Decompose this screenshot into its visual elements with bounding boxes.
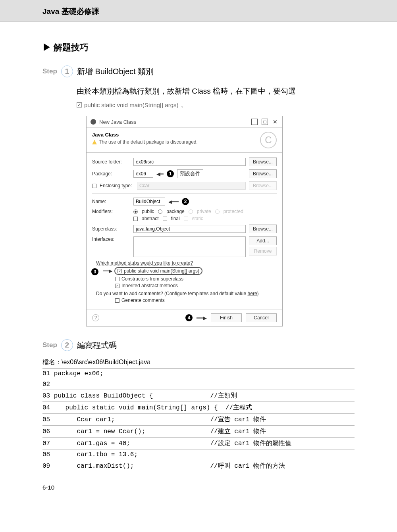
code-line: 03 public class BuildObject { //主類別 [42,390,355,402]
class-logo-icon: C [260,132,277,148]
dialog-warning: The use of the default package is discou… [92,139,260,145]
code-line: 09 car1.maxDist(); //呼叫 car1 物件的方法 [42,460,355,472]
static-checkbox [184,217,188,221]
new-java-class-dialog: New Java Class – □ ✕ Java Class The use … [86,116,283,326]
dialog-head-title: Java Class [92,132,260,138]
final-checkbox[interactable] [163,217,167,221]
enclosing-browse-button: Browse... [249,181,277,190]
package-browse-button[interactable]: Browse... [249,169,277,178]
name-label: Name: [92,199,130,204]
finish-button[interactable]: Finish [211,313,242,322]
protected-label: protected [224,209,243,214]
step1-body: 由於本類別檔為執行類別，故新增 Class 檔時，在下圖中，要勾選 [77,85,355,98]
stub-main-label: public static void main(String[] args) [124,268,199,274]
arrow-icon: ━━▶ [103,268,112,274]
code-filename: 檔名：\ex06\src\ex06\BuildObject.java [42,358,355,369]
step1-period: 。 [181,101,187,109]
enclosing-label: Enclosing type: [100,183,134,188]
cancel-button[interactable]: Cancel [246,313,277,322]
maximize-icon[interactable]: □ [262,119,268,125]
interfaces-row: Interfaces: Add... Remove [92,236,277,257]
page-header: Java 基礎必修課 [0,0,397,22]
enclosing-checkbox[interactable] [92,184,96,188]
package-radio[interactable] [158,209,162,214]
superclass-input[interactable] [133,225,246,233]
source-folder-label: Source folder: [92,159,130,165]
dialog-body: Source folder: Browse... Package: ◀━ 1 預… [87,153,282,309]
stub-inh-label: Inherited abstract methods [121,283,178,288]
dialog-warning-text: The use of the default package is discou… [99,139,198,145]
step1-row: Step 1 新增 BuildObject 類別 [42,65,355,77]
source-folder-input[interactable] [133,158,246,166]
step1-checkbox-text: public static void main(String[] args) [84,102,179,108]
modifiers-label: Modifiers: [92,209,130,214]
abstract-checkbox[interactable] [133,217,138,221]
step1-checkbox-line: ✓ public static void main(String[] args)… [77,101,355,109]
step2-row: Step 2 編寫程式碼 [42,339,355,351]
eclipse-icon [91,119,96,125]
superclass-label: Superclass: [92,226,130,232]
stub-ctor-checkbox[interactable] [115,277,119,281]
code-line: 04 public static void main(String[] args… [42,402,355,414]
code-line: 05 Ccar car1; //宣告 car1 物件 [42,414,355,426]
step1-number: 1 [61,65,73,77]
dialog-footer: ? 4 ━━▶ Finish Cancel [87,309,282,326]
stub-main-checkbox[interactable]: ✓ [118,269,122,273]
step-label: Step [42,341,57,349]
protected-radio [215,209,220,214]
public-radio[interactable] [133,209,138,214]
enclosing-type-row: Enclosing type: Browse... [92,181,277,190]
package-row: Package: ◀━ 1 預設套件 Browse... [92,169,277,178]
superclass-browse-button[interactable]: Browse... [249,225,277,233]
dialog-title: New Java Class [99,119,247,125]
filename: \ex06\src\ex06\BuildObject.java [62,359,150,365]
page-content: ▶ 解題技巧 Step 1 新增 BuildObject 類別 由於本類別檔為執… [0,22,397,503]
step-label: Step [42,67,57,75]
package-mod-label: package [166,209,184,214]
gen-comments-checkbox[interactable] [115,298,119,303]
modifiers-row: Modifiers: public package private protec… [92,209,277,221]
stub-ctor-row: Constructors from superclass [115,276,277,282]
code-listing: 01 package ex06; 02 03 public class Buil… [42,369,355,472]
final-label: final [171,216,180,221]
annotation-3: 3 [91,268,98,275]
interfaces-list[interactable] [133,236,246,257]
step2-number: 2 [61,339,73,351]
comments-here-link[interactable]: here [248,291,257,296]
code-line: 08 car1.tbo = 13.6; [42,449,355,460]
checkbox-icon: ✓ [77,102,82,108]
interfaces-add-button[interactable]: Add... [249,236,277,245]
interfaces-label: Interfaces: [92,236,130,242]
gen-comments-row: Generate comments [115,298,277,303]
package-label: Package: [92,171,130,177]
name-row: Name: ◀━━ 2 [92,198,277,206]
help-icon[interactable]: ? [92,314,99,321]
stub-main-row: ━━▶ ✓ public static void main(String[] a… [115,267,277,275]
stub-inh-row: ✓ Inherited abstract methods [115,283,277,288]
comments-question: Do you want to add comments? (Configure … [96,291,277,296]
code-line: 01 package ex06; [42,369,355,379]
private-label: private [197,209,211,214]
close-icon[interactable]: ✕ [272,119,278,125]
superclass-row: Superclass: Browse... [92,225,277,233]
public-label: public [142,209,154,214]
annotation-4: 4 [185,314,193,321]
source-folder-browse-button[interactable]: Browse... [249,157,277,166]
name-input[interactable] [133,198,165,206]
code-line: 06 car1 = new Ccar(); //建立 car1 物件 [42,426,355,438]
static-label: static [192,216,203,221]
minimize-icon[interactable]: – [251,119,258,125]
code-line: 07 car1.gas = 40; //設定 car1 物件的屬性值 [42,438,355,449]
gen-comments-label: Generate comments [121,298,165,303]
interfaces-remove-button: Remove [249,247,277,255]
warning-icon [92,140,97,144]
package-input[interactable] [133,170,153,178]
stub-inh-checkbox[interactable]: ✓ [115,284,119,288]
code-line: 02 [42,379,355,390]
annotation-1: 1 [167,170,174,177]
private-radio [189,209,193,214]
arrow-icon: ◀━ [156,171,164,177]
method-stubs-section: Which method stubs would you like to cre… [92,260,277,303]
source-folder-row: Source folder: Browse... [92,157,277,166]
stub-ctor-label: Constructors from superclass [121,276,183,282]
